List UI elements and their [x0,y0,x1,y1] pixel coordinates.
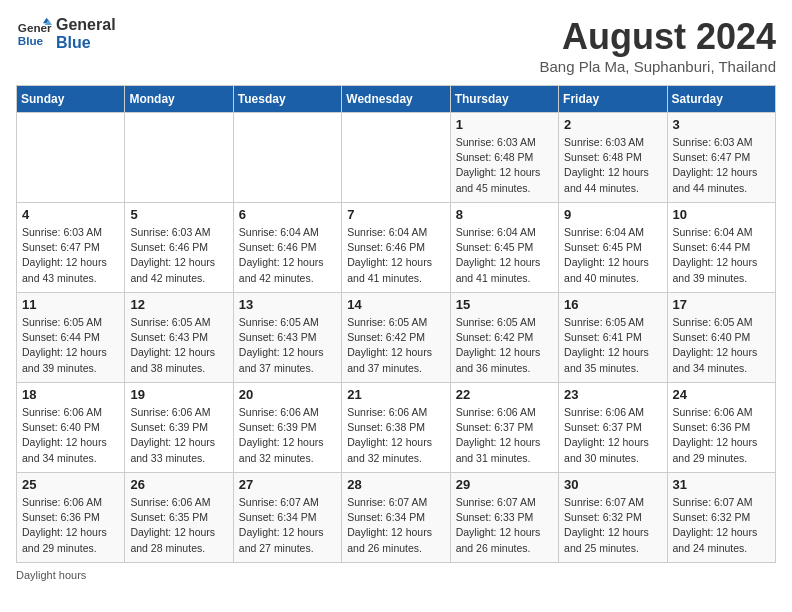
calendar-cell: 8Sunrise: 6:04 AM Sunset: 6:45 PM Daylig… [450,203,558,293]
calendar-week-row: 4Sunrise: 6:03 AM Sunset: 6:47 PM Daylig… [17,203,776,293]
day-number: 20 [239,387,336,402]
day-number: 15 [456,297,553,312]
day-number: 28 [347,477,444,492]
day-number: 14 [347,297,444,312]
day-info: Sunrise: 6:05 AM Sunset: 6:44 PM Dayligh… [22,315,119,376]
day-number: 22 [456,387,553,402]
day-number: 21 [347,387,444,402]
day-info: Sunrise: 6:03 AM Sunset: 6:46 PM Dayligh… [130,225,227,286]
day-number: 2 [564,117,661,132]
calendar-cell: 17Sunrise: 6:05 AM Sunset: 6:40 PM Dayli… [667,293,775,383]
day-info: Sunrise: 6:05 AM Sunset: 6:42 PM Dayligh… [456,315,553,376]
day-info: Sunrise: 6:06 AM Sunset: 6:35 PM Dayligh… [130,495,227,556]
calendar-cell [125,113,233,203]
day-number: 25 [22,477,119,492]
day-info: Sunrise: 6:03 AM Sunset: 6:48 PM Dayligh… [564,135,661,196]
calendar-cell [233,113,341,203]
day-info: Sunrise: 6:05 AM Sunset: 6:40 PM Dayligh… [673,315,770,376]
calendar-cell: 6Sunrise: 6:04 AM Sunset: 6:46 PM Daylig… [233,203,341,293]
day-info: Sunrise: 6:04 AM Sunset: 6:45 PM Dayligh… [456,225,553,286]
day-info: Sunrise: 6:05 AM Sunset: 6:42 PM Dayligh… [347,315,444,376]
day-number: 18 [22,387,119,402]
day-info: Sunrise: 6:06 AM Sunset: 6:39 PM Dayligh… [130,405,227,466]
day-info: Sunrise: 6:03 AM Sunset: 6:47 PM Dayligh… [22,225,119,286]
calendar-table: SundayMondayTuesdayWednesdayThursdayFrid… [16,85,776,563]
calendar-cell: 24Sunrise: 6:06 AM Sunset: 6:36 PM Dayli… [667,383,775,473]
calendar-cell [342,113,450,203]
calendar-cell: 31Sunrise: 6:07 AM Sunset: 6:32 PM Dayli… [667,473,775,563]
calendar-cell: 19Sunrise: 6:06 AM Sunset: 6:39 PM Dayli… [125,383,233,473]
day-info: Sunrise: 6:07 AM Sunset: 6:32 PM Dayligh… [673,495,770,556]
calendar-cell: 3Sunrise: 6:03 AM Sunset: 6:47 PM Daylig… [667,113,775,203]
header: General Blue General Blue August 2024 Ba… [16,16,776,75]
day-number: 26 [130,477,227,492]
day-info: Sunrise: 6:04 AM Sunset: 6:46 PM Dayligh… [239,225,336,286]
day-info: Sunrise: 6:07 AM Sunset: 6:34 PM Dayligh… [239,495,336,556]
calendar-cell: 27Sunrise: 6:07 AM Sunset: 6:34 PM Dayli… [233,473,341,563]
day-number: 27 [239,477,336,492]
calendar-cell: 9Sunrise: 6:04 AM Sunset: 6:45 PM Daylig… [559,203,667,293]
logo-line2: Blue [56,34,116,52]
calendar-cell: 16Sunrise: 6:05 AM Sunset: 6:41 PM Dayli… [559,293,667,383]
calendar-cell: 2Sunrise: 6:03 AM Sunset: 6:48 PM Daylig… [559,113,667,203]
calendar-cell: 11Sunrise: 6:05 AM Sunset: 6:44 PM Dayli… [17,293,125,383]
day-number: 12 [130,297,227,312]
day-info: Sunrise: 6:07 AM Sunset: 6:34 PM Dayligh… [347,495,444,556]
weekday-header: Sunday [17,86,125,113]
location-subtitle: Bang Pla Ma, Suphanburi, Thailand [539,58,776,75]
calendar-cell: 28Sunrise: 6:07 AM Sunset: 6:34 PM Dayli… [342,473,450,563]
logo-icon: General Blue [16,16,52,52]
weekday-header: Wednesday [342,86,450,113]
day-number: 10 [673,207,770,222]
calendar-cell: 1Sunrise: 6:03 AM Sunset: 6:48 PM Daylig… [450,113,558,203]
calendar-cell: 18Sunrise: 6:06 AM Sunset: 6:40 PM Dayli… [17,383,125,473]
weekday-header: Tuesday [233,86,341,113]
calendar-cell: 10Sunrise: 6:04 AM Sunset: 6:44 PM Dayli… [667,203,775,293]
day-number: 19 [130,387,227,402]
day-number: 17 [673,297,770,312]
calendar-cell: 13Sunrise: 6:05 AM Sunset: 6:43 PM Dayli… [233,293,341,383]
calendar-cell: 29Sunrise: 6:07 AM Sunset: 6:33 PM Dayli… [450,473,558,563]
day-info: Sunrise: 6:05 AM Sunset: 6:43 PM Dayligh… [130,315,227,376]
weekday-header: Friday [559,86,667,113]
calendar-cell: 12Sunrise: 6:05 AM Sunset: 6:43 PM Dayli… [125,293,233,383]
day-info: Sunrise: 6:04 AM Sunset: 6:46 PM Dayligh… [347,225,444,286]
day-number: 13 [239,297,336,312]
day-number: 30 [564,477,661,492]
calendar-week-row: 11Sunrise: 6:05 AM Sunset: 6:44 PM Dayli… [17,293,776,383]
day-number: 8 [456,207,553,222]
footer-text: Daylight hours [16,569,86,581]
day-info: Sunrise: 6:06 AM Sunset: 6:37 PM Dayligh… [456,405,553,466]
day-info: Sunrise: 6:06 AM Sunset: 6:38 PM Dayligh… [347,405,444,466]
day-info: Sunrise: 6:06 AM Sunset: 6:36 PM Dayligh… [22,495,119,556]
calendar-week-row: 1Sunrise: 6:03 AM Sunset: 6:48 PM Daylig… [17,113,776,203]
calendar-cell: 21Sunrise: 6:06 AM Sunset: 6:38 PM Dayli… [342,383,450,473]
day-number: 3 [673,117,770,132]
day-number: 1 [456,117,553,132]
day-number: 11 [22,297,119,312]
day-info: Sunrise: 6:06 AM Sunset: 6:36 PM Dayligh… [673,405,770,466]
calendar-cell: 30Sunrise: 6:07 AM Sunset: 6:32 PM Dayli… [559,473,667,563]
weekday-header: Monday [125,86,233,113]
day-number: 16 [564,297,661,312]
day-number: 6 [239,207,336,222]
weekday-header-row: SundayMondayTuesdayWednesdayThursdayFrid… [17,86,776,113]
day-number: 5 [130,207,227,222]
day-info: Sunrise: 6:04 AM Sunset: 6:45 PM Dayligh… [564,225,661,286]
calendar-cell [17,113,125,203]
weekday-header: Saturday [667,86,775,113]
day-number: 7 [347,207,444,222]
calendar-cell: 26Sunrise: 6:06 AM Sunset: 6:35 PM Dayli… [125,473,233,563]
title-area: August 2024 Bang Pla Ma, Suphanburi, Tha… [539,16,776,75]
day-number: 9 [564,207,661,222]
day-number: 24 [673,387,770,402]
day-info: Sunrise: 6:06 AM Sunset: 6:39 PM Dayligh… [239,405,336,466]
weekday-header: Thursday [450,86,558,113]
day-number: 29 [456,477,553,492]
calendar-cell: 5Sunrise: 6:03 AM Sunset: 6:46 PM Daylig… [125,203,233,293]
day-info: Sunrise: 6:06 AM Sunset: 6:37 PM Dayligh… [564,405,661,466]
day-info: Sunrise: 6:06 AM Sunset: 6:40 PM Dayligh… [22,405,119,466]
day-info: Sunrise: 6:04 AM Sunset: 6:44 PM Dayligh… [673,225,770,286]
day-info: Sunrise: 6:07 AM Sunset: 6:33 PM Dayligh… [456,495,553,556]
calendar-week-row: 25Sunrise: 6:06 AM Sunset: 6:36 PM Dayli… [17,473,776,563]
